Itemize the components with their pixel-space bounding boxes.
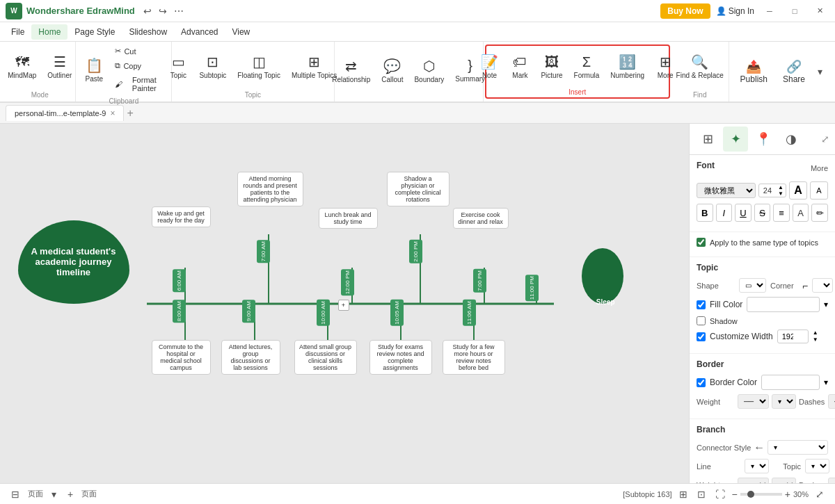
new-tab-button[interactable]: + (127, 107, 133, 120)
bold-button[interactable]: B (697, 204, 713, 222)
outliner-button[interactable]: ☰ Outliner (43, 51, 76, 82)
menu-page-style[interactable]: Page Style (67, 24, 122, 40)
panel-tab-format[interactable]: ⊞ (695, 127, 720, 152)
collapse-handle[interactable]: + (338, 300, 349, 311)
panel-tab-location[interactable]: 📍 (751, 127, 776, 152)
width-input[interactable] (777, 330, 809, 343)
close-button[interactable]: ✕ (810, 4, 829, 18)
font-size-increase-button[interactable]: A (789, 181, 807, 200)
add-page-button[interactable]: + (65, 487, 76, 501)
menu-home[interactable]: Home (31, 24, 67, 40)
font-size-down-button[interactable]: ▼ (776, 190, 786, 197)
topic-box-top-4[interactable]: Shadow a physician or complete clinical … (387, 172, 450, 206)
minimize-button[interactable]: ─ (760, 4, 779, 18)
fill-color-dropdown[interactable]: ▾ (824, 300, 828, 309)
status-layout-button[interactable]: ⊟ (8, 487, 22, 501)
customize-width-checkbox[interactable] (697, 332, 706, 341)
font-color-button[interactable]: A (793, 204, 809, 222)
apply-checkbox[interactable] (697, 238, 706, 247)
boundary-button[interactable]: ⬡ Boundary (410, 55, 448, 86)
topic-box-top-3[interactable]: Lunch break and study time (319, 208, 378, 229)
callout-button[interactable]: 💬 Callout (377, 55, 407, 86)
branch-topic-select[interactable]: ▾ (805, 459, 829, 473)
highlight-button[interactable]: ✏ (811, 204, 828, 222)
numbering-button[interactable]: 🔢 Numbering (606, 51, 649, 82)
status-fit-button[interactable]: ⊡ (694, 487, 708, 501)
undo-button[interactable]: ↩ (141, 4, 154, 18)
publish-button[interactable]: 📤 Publish (735, 56, 773, 87)
canvas[interactable]: A medical student's academic journey tim… (0, 124, 689, 483)
status-fullscreen-button[interactable]: ⛶ (713, 487, 728, 501)
fit-window-button[interactable]: ⤢ (813, 487, 827, 501)
font-name-select[interactable]: 微软雅黑 (697, 183, 756, 198)
maximize-button[interactable]: □ (785, 4, 804, 18)
status-grid-button[interactable]: ⊞ (676, 487, 690, 501)
menu-slideshow[interactable]: Slideshow (122, 24, 174, 40)
tab-template[interactable]: personal-tim...e-template-9 × (6, 105, 124, 121)
branch-line-dropdown[interactable]: ▾ (745, 459, 769, 473)
menu-file[interactable]: File (4, 24, 31, 40)
panel-tab-theme[interactable]: ◑ (779, 127, 804, 152)
topic-box-bot-5[interactable]: Study for a few more hours or review not… (443, 340, 505, 375)
border-weight-dropdown[interactable]: ▾ (772, 394, 796, 409)
fill-color-checkbox[interactable] (697, 300, 706, 309)
corner-select[interactable]: ▾ (812, 278, 833, 293)
topic-box-bot-4[interactable]: Study for exams review notes and complet… (369, 340, 432, 375)
formula-button[interactable]: Σ Formula (570, 51, 604, 82)
page-down-button[interactable]: ▾ (49, 487, 59, 501)
font-more-link[interactable]: More (811, 164, 828, 172)
topic-button[interactable]: ▭ Topic (164, 51, 192, 82)
border-weight-select[interactable]: ── (738, 394, 769, 409)
topic-box-bot-1[interactable]: Commute to the hospital or medical schoo… (152, 340, 211, 375)
font-size-decrease-button[interactable]: A (810, 181, 828, 200)
underline-button[interactable]: U (735, 204, 752, 222)
border-color-dropdown[interactable]: ▾ (824, 377, 828, 387)
branch-weight-dropdown[interactable]: ▾ (772, 478, 796, 483)
ribbon-more-button[interactable]: ▾ (815, 65, 825, 79)
sign-in-button[interactable]: 👤 Sign In (716, 6, 754, 16)
shape-select[interactable]: ▭ (739, 278, 766, 293)
mark-button[interactable]: 🏷 Mark (506, 51, 534, 82)
panel-tab-style[interactable]: ✦ (723, 127, 748, 152)
border-color-swatch[interactable] (761, 375, 820, 390)
floating-topic-button[interactable]: ◫ Floating Topic (233, 51, 285, 82)
shadow-checkbox[interactable] (697, 316, 706, 325)
paste-button[interactable]: 📋 Paste (80, 54, 108, 86)
border-color-checkbox[interactable] (697, 378, 706, 387)
buy-now-button[interactable]: Buy Now (660, 3, 710, 19)
topic-box-top-2[interactable]: Attend morning rounds and present patien… (237, 172, 303, 206)
fill-color-swatch[interactable] (747, 297, 820, 312)
copy-button[interactable]: ⧉ Copy (111, 59, 167, 72)
width-down-button[interactable]: ▼ (813, 336, 818, 343)
cut-button[interactable]: ✂ Cut (111, 44, 167, 58)
redo-button[interactable]: ↪ (156, 4, 170, 18)
mindmap-button[interactable]: 🗺 MindMap (3, 51, 40, 82)
menu-advanced[interactable]: Advanced (174, 24, 225, 40)
menu-view[interactable]: View (225, 24, 257, 40)
zoom-minus-button[interactable]: − (732, 489, 738, 500)
find-replace-button[interactable]: 🔍 Find & Replace (672, 51, 728, 82)
strikethrough-button[interactable]: S (754, 204, 771, 222)
topic-box-bot-3[interactable]: Attend small group discussions or clinic… (294, 340, 357, 375)
branch-dashes-select[interactable]: ── (828, 478, 835, 483)
italic-button[interactable]: I (716, 204, 733, 222)
panel-expand-button[interactable]: ⤢ (821, 133, 829, 145)
topic-box-top-5[interactable]: Exercise cook dinner and relax (453, 208, 509, 229)
format-painter-button[interactable]: 🖌 Format Painter (111, 74, 167, 95)
share-button[interactable]: 🔗 Share (777, 56, 811, 87)
relationship-button[interactable]: ⇄ Relationship (328, 55, 374, 86)
topic-box-top-1[interactable]: Wake up and get ready for the day (152, 206, 211, 227)
more-button[interactable]: ⋯ (171, 4, 186, 18)
align-button[interactable]: ≡ (773, 204, 790, 222)
font-size-up-button[interactable]: ▲ (776, 184, 786, 190)
topic-box-bot-2[interactable]: Attend lectures, group discussions or la… (221, 340, 280, 375)
subtopic-button[interactable]: ⊡ Subtopic (195, 51, 230, 82)
tab-close-button[interactable]: × (110, 108, 115, 118)
note-button[interactable]: 📝 Note (475, 51, 503, 82)
zoom-plus-button[interactable]: + (785, 489, 790, 500)
width-up-button[interactable]: ▲ (813, 330, 818, 336)
branch-weight-select[interactable]: ── (738, 478, 769, 483)
connector-style-select[interactable]: ▾ (768, 440, 828, 455)
picture-button[interactable]: 🖼 Picture (536, 51, 566, 82)
border-dashes-select[interactable]: ── (828, 394, 835, 409)
